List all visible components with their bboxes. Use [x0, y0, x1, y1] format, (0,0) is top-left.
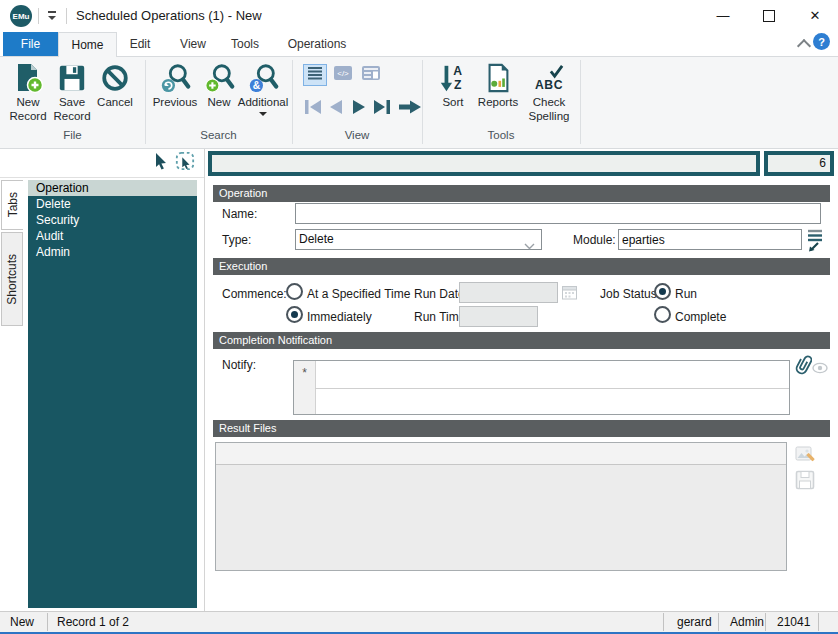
close-button[interactable]: ✕	[792, 0, 838, 31]
pointer-tool-button[interactable]	[150, 151, 172, 175]
additional-search-label: Additional	[238, 96, 289, 110]
titlebar-separator	[66, 8, 67, 24]
sidebar-item-security[interactable]: Security	[28, 212, 197, 228]
status-mode: New	[10, 612, 34, 632]
code-view-toggle[interactable]: </>	[331, 64, 355, 86]
record-summary-field	[212, 155, 756, 172]
tab-view[interactable]: View	[167, 32, 219, 56]
view-attachment-icon	[812, 360, 828, 378]
tab-file[interactable]: File	[3, 32, 58, 56]
panel-border	[204, 148, 205, 611]
radio-immediately[interactable]	[286, 306, 303, 323]
check-spelling-button[interactable]: ABC Check Spelling	[521, 60, 577, 126]
sidebar-tab-shortcuts-label: Shortcuts	[5, 254, 19, 305]
select-region-tool-button[interactable]	[172, 150, 198, 176]
last-record-button[interactable]	[373, 98, 391, 116]
tab-tools[interactable]: Tools	[221, 32, 269, 56]
sidebar-item-admin[interactable]: Admin	[28, 244, 197, 260]
svg-text:Z: Z	[454, 78, 462, 92]
at-specified-time-label[interactable]: At a Specified Time	[307, 287, 410, 301]
tools-group-label: Tools	[422, 129, 580, 143]
radio-job-run[interactable]	[654, 283, 671, 300]
help-button[interactable]: ?	[813, 33, 830, 50]
name-input[interactable]	[295, 203, 821, 224]
next-record-button[interactable]	[351, 98, 367, 116]
job-run-label[interactable]: Run	[675, 287, 697, 301]
sidebar-tab-tabs-label: Tabs	[6, 192, 20, 217]
svg-text:</>: </>	[337, 69, 349, 78]
goto-record-button[interactable]	[398, 98, 422, 116]
reports-label: Reports	[478, 96, 518, 110]
status-separator	[663, 613, 664, 631]
job-complete-label[interactable]: Complete	[675, 310, 726, 324]
list-view-icon	[307, 66, 323, 84]
calendar-icon	[562, 285, 577, 304]
sidebar-item-audit[interactable]: Audit	[28, 228, 197, 244]
cancel-button[interactable]: Cancel	[93, 60, 137, 126]
run-time-input	[459, 306, 538, 327]
previous-record-button	[328, 98, 344, 116]
status-separator	[818, 613, 819, 631]
svg-text:A: A	[453, 64, 462, 78]
quick-access-dropdown-icon[interactable]	[46, 11, 58, 21]
title-bar: EMu Scheduled Operations (1) - New — ✕	[0, 0, 838, 32]
run-date-input	[459, 282, 558, 303]
sort-button[interactable]: A Z Sort	[433, 60, 473, 126]
view-group-label: View	[292, 129, 422, 143]
minimize-icon: —	[717, 8, 730, 23]
module-lookup-icon[interactable]	[806, 228, 824, 256]
new-record-button[interactable]: New Record	[5, 60, 51, 126]
previous-search-button[interactable]: Previous	[148, 60, 202, 126]
file-group-label: File	[0, 129, 145, 143]
tab-operations[interactable]: Operations	[275, 32, 359, 56]
chevron-down-icon	[524, 237, 535, 256]
module-input[interactable]	[618, 229, 802, 250]
minimize-button[interactable]: —	[700, 0, 746, 31]
pointer-cursor-icon	[153, 152, 169, 174]
tab-home[interactable]: Home	[58, 32, 117, 57]
radio-at-specified-time[interactable]	[286, 283, 303, 300]
record-count-bar: 6	[764, 151, 834, 176]
new-search-button[interactable]: New	[200, 60, 238, 126]
status-bar: New Record 1 of 2 gerard Admin 21041	[0, 611, 838, 632]
additional-search-button[interactable]: & Additional	[236, 60, 290, 126]
app-icon[interactable]: EMu	[10, 5, 32, 27]
sidebar-tab-shortcuts[interactable]: Shortcuts	[1, 232, 23, 326]
result-files-list-header	[216, 443, 786, 465]
sidebar-item-operation[interactable]: Operation	[28, 180, 197, 196]
details-view-toggle[interactable]	[359, 64, 383, 86]
radio-job-complete[interactable]	[654, 306, 671, 323]
status-separator	[47, 613, 48, 631]
titlebar-separator	[38, 8, 39, 24]
sidebar-tab-tabs[interactable]: Tabs	[1, 180, 23, 230]
reports-button[interactable]: Reports	[473, 60, 523, 126]
status-group: Admin	[730, 612, 764, 632]
attach-icon[interactable]	[793, 352, 812, 380]
notify-row-marker: *	[294, 361, 316, 414]
maximize-button[interactable]	[746, 0, 792, 31]
sidebar-item-delete[interactable]: Delete	[28, 196, 197, 212]
first-record-button	[304, 98, 322, 116]
new-search-icon	[203, 60, 235, 96]
list-view-toggle[interactable]	[303, 64, 327, 86]
collapse-ribbon-icon[interactable]	[797, 39, 811, 53]
close-icon: ✕	[810, 8, 821, 23]
tab-list: Operation Delete Security Audit Admin	[28, 180, 197, 608]
save-record-icon	[57, 60, 87, 96]
additional-search-icon: &	[247, 60, 279, 96]
status-session: 21041	[777, 612, 810, 632]
save-result-file-icon	[795, 470, 815, 494]
code-view-icon: </>	[334, 66, 352, 84]
immediately-label[interactable]: Immediately	[307, 310, 372, 324]
type-label: Type:	[222, 233, 251, 247]
details-view-icon	[362, 66, 380, 84]
result-files-list	[215, 442, 787, 571]
previous-search-label: Previous	[153, 96, 198, 110]
tab-edit[interactable]: Edit	[117, 32, 163, 56]
group-separator	[580, 60, 581, 144]
status-record-position: Record 1 of 2	[57, 612, 129, 632]
check-spelling-label: Check Spelling	[521, 96, 577, 123]
notify-grid[interactable]: *	[293, 360, 790, 415]
type-select[interactable]: Delete	[295, 229, 542, 250]
save-record-button[interactable]: Save Record	[51, 60, 93, 126]
